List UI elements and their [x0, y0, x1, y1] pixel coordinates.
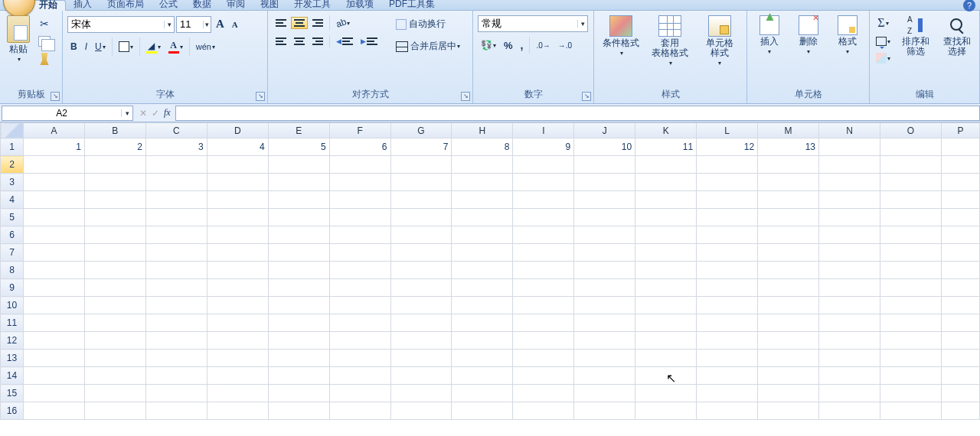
cell-E13[interactable]: [268, 350, 329, 367]
cell-D6[interactable]: [207, 226, 268, 244]
italic-button[interactable]: I: [82, 39, 90, 54]
cell-N1[interactable]: [819, 138, 880, 156]
cell-D11[interactable]: [207, 314, 268, 332]
border-button[interactable]: ▾: [116, 39, 136, 54]
col-header-N[interactable]: N: [819, 123, 880, 138]
cell-N15[interactable]: [819, 385, 880, 402]
cell-L3[interactable]: [697, 174, 758, 191]
cell-M11[interactable]: [758, 314, 819, 332]
cell-K6[interactable]: [635, 226, 697, 244]
cell-G4[interactable]: [390, 191, 452, 209]
cell-G14[interactable]: [390, 367, 452, 385]
chevron-down-icon[interactable]: ▾: [164, 21, 174, 28]
cell-N9[interactable]: [819, 279, 880, 297]
cell-D7[interactable]: [207, 244, 268, 262]
cell-B6[interactable]: [84, 226, 145, 244]
cell-D10[interactable]: [207, 297, 268, 314]
cell-P9[interactable]: [941, 279, 979, 297]
cell-F14[interactable]: [329, 367, 390, 385]
col-header-H[interactable]: H: [452, 123, 513, 138]
cell-styles-button[interactable]: 单元格 样式▾: [697, 14, 742, 68]
cell-L4[interactable]: [697, 191, 758, 209]
increase-indent-button[interactable]: ▶: [358, 35, 381, 47]
cell-J13[interactable]: [574, 350, 635, 367]
cell-L9[interactable]: [697, 279, 758, 297]
cell-E7[interactable]: [268, 244, 329, 262]
cell-K7[interactable]: [635, 244, 697, 262]
cell-F12[interactable]: [329, 332, 390, 350]
wrap-text-button[interactable]: 自动换行: [393, 15, 477, 33]
dialog-launcher[interactable]: ↘: [256, 92, 265, 101]
cell-F1[interactable]: 6: [329, 138, 390, 156]
cell-A6[interactable]: [23, 226, 84, 244]
comma-style-button[interactable]: ,: [518, 37, 527, 54]
cell-G11[interactable]: [390, 314, 452, 332]
cell-H1[interactable]: 8: [452, 138, 513, 156]
cell-N2[interactable]: [819, 156, 880, 174]
cell-A11[interactable]: [23, 314, 84, 332]
cell-B5[interactable]: [84, 209, 145, 226]
cell-P2[interactable]: [941, 156, 979, 174]
cell-B12[interactable]: [84, 332, 145, 350]
col-header-A[interactable]: A: [23, 123, 84, 138]
row-header-1[interactable]: 1: [1, 138, 24, 156]
col-header-J[interactable]: J: [574, 123, 635, 138]
cell-J9[interactable]: [574, 279, 635, 297]
cell-A9[interactable]: [23, 279, 84, 297]
copy-button[interactable]: [35, 34, 54, 49]
cell-N4[interactable]: [819, 191, 880, 209]
cell-F6[interactable]: [329, 226, 390, 244]
cell-P7[interactable]: [941, 244, 979, 262]
cell-L6[interactable]: [697, 226, 758, 244]
cell-I12[interactable]: [513, 332, 574, 350]
cell-C7[interactable]: [145, 244, 207, 262]
cell-O3[interactable]: [880, 174, 941, 191]
cell-G6[interactable]: [390, 226, 452, 244]
cell-O6[interactable]: [880, 226, 941, 244]
cell-M14[interactable]: [758, 367, 819, 385]
cell-J12[interactable]: [574, 332, 635, 350]
cell-L7[interactable]: [697, 244, 758, 262]
align-center-button[interactable]: [291, 35, 308, 47]
cell-K12[interactable]: [635, 332, 697, 350]
cell-D1[interactable]: 4: [207, 138, 268, 156]
orientation-button[interactable]: ab▾: [333, 15, 353, 31]
cell-I16[interactable]: [513, 402, 574, 420]
align-left-button[interactable]: [273, 35, 289, 47]
cell-C10[interactable]: [145, 297, 207, 314]
cell-J14[interactable]: [574, 367, 635, 385]
cell-M2[interactable]: [758, 156, 819, 174]
cell-O8[interactable]: [880, 262, 941, 279]
cell-C1[interactable]: 3: [145, 138, 207, 156]
cell-C13[interactable]: [145, 350, 207, 367]
col-header-L[interactable]: L: [697, 123, 758, 138]
cell-P16[interactable]: [941, 402, 979, 420]
select-all-corner[interactable]: [1, 123, 24, 138]
cell-B10[interactable]: [84, 297, 145, 314]
cell-B13[interactable]: [84, 350, 145, 367]
tab-9[interactable]: PDF工具集: [381, 0, 443, 11]
cell-A4[interactable]: [23, 191, 84, 209]
cell-C3[interactable]: [145, 174, 207, 191]
cell-O11[interactable]: [880, 314, 941, 332]
row-header-5[interactable]: 5: [1, 209, 24, 226]
cell-K3[interactable]: [635, 174, 697, 191]
cell-K13[interactable]: [635, 350, 697, 367]
row-header-3[interactable]: 3: [1, 174, 24, 191]
worksheet-grid[interactable]: ABCDEFGHIJKLMNOP112345678910111213234567…: [0, 122, 980, 436]
col-header-P[interactable]: P: [941, 123, 979, 138]
cell-N11[interactable]: [819, 314, 880, 332]
cell-J7[interactable]: [574, 244, 635, 262]
bold-button[interactable]: B: [67, 39, 80, 54]
cell-J10[interactable]: [574, 297, 635, 314]
cell-K8[interactable]: [635, 262, 697, 279]
dialog-launcher[interactable]: ↘: [582, 92, 591, 101]
tab-5[interactable]: 审阅: [219, 0, 253, 11]
chevron-down-icon[interactable]: ▾: [121, 109, 132, 117]
number-format-input[interactable]: [479, 16, 577, 31]
cell-P11[interactable]: [941, 314, 979, 332]
row-header-10[interactable]: 10: [1, 297, 24, 314]
cell-E3[interactable]: [268, 174, 329, 191]
cell-P6[interactable]: [941, 226, 979, 244]
cell-O14[interactable]: [880, 367, 941, 385]
